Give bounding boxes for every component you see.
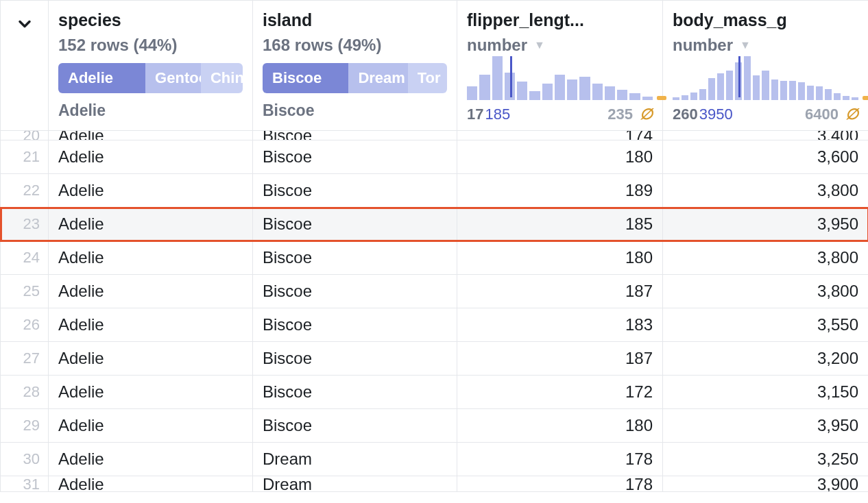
cell-species[interactable]: Adelie	[49, 308, 253, 342]
row-index[interactable]: 28	[1, 376, 49, 409]
histogram-bar	[717, 73, 724, 100]
pill-biscoe[interactable]: Biscoe	[263, 63, 348, 93]
cell-island[interactable]: Biscoe	[253, 342, 457, 376]
table-row[interactable]: 29AdelieBiscoe1803,950	[1, 409, 869, 443]
cell-species[interactable]: Adelie	[49, 174, 253, 208]
expand-header-toggle[interactable]	[1, 1, 49, 131]
row-index[interactable]: 27	[1, 342, 49, 376]
cell-island[interactable]: Biscoe	[253, 208, 457, 241]
column-header-species[interactable]: species 152 rows (44%) Adelie Gentoo Chi…	[49, 1, 253, 131]
cell-body[interactable]: 3,550	[663, 308, 869, 342]
row-index[interactable]: 22	[1, 174, 49, 208]
cell-flipper[interactable]: 185	[457, 208, 663, 241]
species-filter-value: Adelie	[58, 101, 243, 120]
row-index[interactable]: 23	[1, 208, 49, 241]
cell-flipper[interactable]: 183	[457, 308, 663, 342]
dropdown-icon[interactable]: ▼	[534, 39, 545, 51]
table-row[interactable]: 26AdelieBiscoe1833,550	[1, 308, 869, 342]
table-row[interactable]: 31AdelieDream1783,900	[1, 476, 869, 492]
cell-flipper[interactable]: 172	[457, 376, 663, 409]
cell-body[interactable]: 3,200	[663, 342, 869, 376]
histogram-bar	[816, 86, 823, 100]
cell-body[interactable]: 3,900	[663, 476, 869, 492]
row-index[interactable]: 26	[1, 308, 49, 342]
cell-body[interactable]: 3,600	[663, 140, 869, 174]
pill-chinstrap[interactable]: Chin	[201, 63, 243, 93]
histogram-bar	[807, 86, 814, 100]
cell-species[interactable]: Adelie	[49, 476, 253, 492]
cell-body[interactable]: 3,950	[663, 208, 869, 241]
cell-species[interactable]: Adelie	[49, 342, 253, 376]
column-header-island[interactable]: island 168 rows (49%) Biscoe Dream Tor B…	[253, 1, 457, 131]
cell-island[interactable]: Biscoe	[253, 140, 457, 174]
null-icon: ∅	[640, 106, 653, 123]
column-header-flipper[interactable]: flipper_lengt... number ▼ 17 185 235 ∅	[457, 1, 663, 131]
row-index[interactable]: 29	[1, 409, 49, 443]
table-row[interactable]: 22AdelieBiscoe1893,800	[1, 174, 869, 208]
row-index[interactable]: 30	[1, 443, 49, 476]
table-row[interactable]: 23AdelieBiscoe1853,950	[1, 208, 869, 241]
data-table: species 152 rows (44%) Adelie Gentoo Chi…	[0, 0, 868, 492]
table-row[interactable]: 25AdelieBiscoe1873,800	[1, 275, 869, 308]
column-name: island	[263, 10, 447, 30]
dropdown-icon[interactable]: ▼	[740, 39, 751, 51]
cell-island[interactable]: Biscoe	[253, 409, 457, 443]
table-row[interactable]: 21AdelieBiscoe1803,600	[1, 140, 869, 174]
cell-flipper[interactable]: 187	[457, 342, 663, 376]
table-row[interactable]: 27AdelieBiscoe1873,200	[1, 342, 869, 376]
pill-dream[interactable]: Dream	[348, 63, 407, 93]
pill-adelie[interactable]: Adelie	[58, 63, 145, 93]
cell-island[interactable]: Biscoe	[253, 275, 457, 308]
cell-island[interactable]: Dream	[253, 476, 457, 492]
cell-body[interactable]: 3,150	[663, 376, 869, 409]
cell-body[interactable]: 3,800	[663, 174, 869, 208]
table-row[interactable]: 24AdelieBiscoe1803,800	[1, 241, 869, 275]
cell-island[interactable]: Biscoe	[253, 131, 457, 140]
cell-species[interactable]: Adelie	[49, 131, 253, 140]
cell-flipper[interactable]: 189	[457, 174, 663, 208]
cell-flipper[interactable]: 187	[457, 275, 663, 308]
island-pills: Biscoe Dream Tor	[263, 63, 447, 93]
pill-gentoo[interactable]: Gentoo	[145, 63, 201, 93]
cell-island[interactable]: Dream	[253, 443, 457, 476]
row-index[interactable]: 31	[1, 476, 49, 492]
table-row[interactable]: 28AdelieBiscoe1723,150	[1, 376, 869, 409]
body-histogram[interactable]	[673, 56, 858, 100]
table-row[interactable]: 20AdelieBiscoe1743,400	[1, 131, 869, 140]
cell-body[interactable]: 3,250	[663, 443, 869, 476]
cell-species[interactable]: Adelie	[49, 443, 253, 476]
cell-island[interactable]: Biscoe	[253, 241, 457, 275]
histogram-bar	[843, 96, 849, 100]
cell-island[interactable]: Biscoe	[253, 174, 457, 208]
cell-body[interactable]: 3,950	[663, 409, 869, 443]
cell-species[interactable]: Adelie	[49, 140, 253, 174]
histogram-bar	[726, 71, 733, 100]
cell-species[interactable]: Adelie	[49, 241, 253, 275]
cell-flipper[interactable]: 178	[457, 476, 663, 492]
histogram-bar	[592, 84, 603, 100]
flipper-histogram[interactable]	[467, 56, 653, 100]
row-index[interactable]: 25	[1, 275, 49, 308]
cell-flipper[interactable]: 178	[457, 443, 663, 476]
row-index[interactable]: 24	[1, 241, 49, 275]
cell-body[interactable]: 3,400	[663, 131, 869, 140]
cell-body[interactable]: 3,800	[663, 241, 869, 275]
cell-island[interactable]: Biscoe	[253, 308, 457, 342]
column-name: species	[58, 10, 243, 30]
cell-species[interactable]: Adelie	[49, 409, 253, 443]
cell-species[interactable]: Adelie	[49, 275, 253, 308]
cell-flipper[interactable]: 180	[457, 241, 663, 275]
cell-species[interactable]: Adelie	[49, 376, 253, 409]
table-row[interactable]: 30AdelieDream1783,250	[1, 443, 869, 476]
column-header-body[interactable]: body_mass_g number ▼ 260 3950 6400 ∅	[663, 1, 869, 131]
cell-flipper[interactable]: 180	[457, 409, 663, 443]
cell-island[interactable]: Biscoe	[253, 376, 457, 409]
row-index[interactable]: 20	[1, 131, 49, 140]
cell-flipper[interactable]: 180	[457, 140, 663, 174]
cell-body[interactable]: 3,800	[663, 275, 869, 308]
cell-flipper[interactable]: 174	[457, 131, 663, 140]
row-index[interactable]: 21	[1, 140, 49, 174]
histogram-bar	[798, 82, 805, 100]
pill-torgersen[interactable]: Tor	[408, 63, 447, 93]
cell-species[interactable]: Adelie	[49, 208, 253, 241]
